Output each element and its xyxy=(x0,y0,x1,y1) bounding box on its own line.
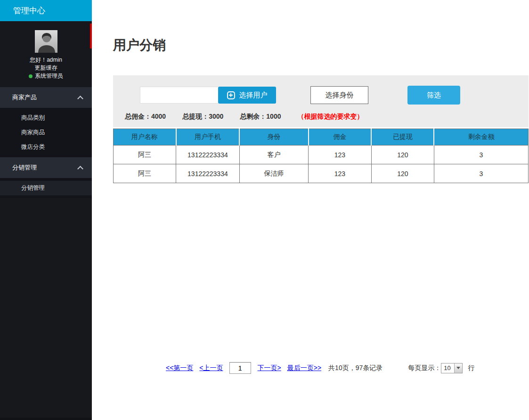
pagination-summary: 共10页，97条记录 xyxy=(328,364,383,372)
prev-page-link[interactable]: <上一页 xyxy=(199,364,223,372)
chevron-down-icon xyxy=(456,367,460,369)
dropdown-arrow-button[interactable] xyxy=(454,363,462,373)
cell-commission: 123 xyxy=(309,145,372,164)
first-page-link[interactable]: <<第一页 xyxy=(166,364,193,372)
user-role-label: 系统管理员 xyxy=(35,73,63,79)
stats-row: 总佣金：4000总提现：3000总剩余：1000（根据筛选的要求变） xyxy=(125,113,529,121)
next-page-link[interactable]: 下一页> xyxy=(258,364,281,372)
filter-controls-row: 选择用户 选择身份 筛选 xyxy=(140,86,529,105)
sidebar-item-distribution-management[interactable]: 分销管理 xyxy=(0,157,92,178)
col-header-commission: 佣金 xyxy=(309,129,372,145)
total-remaining-stat: 总剩余：1000 xyxy=(240,113,281,120)
user-select-group: 选择用户 xyxy=(140,87,276,104)
user-avatar xyxy=(35,30,57,53)
plus-icon xyxy=(227,91,235,99)
sidebar-item-product-category[interactable]: 商品类别 xyxy=(0,111,92,125)
user-role-line: 系统管理员 xyxy=(0,72,92,80)
cell-identity: 保洁师 xyxy=(239,164,308,183)
cell-withdrawn: 120 xyxy=(371,164,434,183)
col-header-remaining: 剩余金额 xyxy=(434,129,528,145)
cell-commission: 123 xyxy=(309,164,372,183)
filter-button[interactable]: 筛选 xyxy=(407,86,460,105)
select-identity-button[interactable]: 选择身份 xyxy=(310,86,368,104)
sidebar-bottom-strip xyxy=(0,418,92,420)
per-page-selected-value: 10 xyxy=(441,363,454,373)
cell-remaining: 3 xyxy=(434,164,528,183)
cell-phone: 13122223334 xyxy=(176,145,240,164)
sidebar-item-merchant-goods[interactable]: 商家商品 xyxy=(0,125,92,140)
cell-identity: 客户 xyxy=(239,145,308,164)
per-page-group: 每页显示： 10 行 xyxy=(408,363,474,373)
select-user-button-label: 选择用户 xyxy=(239,91,268,100)
total-withdrawn-stat: 总提现：3000 xyxy=(182,113,223,120)
table-header-row: 用户名称 用户手机 身份 佣金 已提现 剩余金额 xyxy=(114,129,529,145)
submenu-merchant-products: 商品类别 商家商品 微店分类 xyxy=(0,108,92,157)
table-row: 阿三 13122223334 客户 123 120 3 xyxy=(114,145,529,164)
col-header-identity: 身份 xyxy=(239,129,308,145)
menu-group-merchant-products: 商家产品 商品类别 商家商品 微店分类 xyxy=(0,87,92,157)
distribution-table: 用户名称 用户手机 身份 佣金 已提现 剩余金额 阿三 13122223334 … xyxy=(113,129,529,183)
app-title: 管理中心 xyxy=(0,0,92,21)
per-page-label: 每页显示： xyxy=(408,364,441,372)
page-number-input[interactable] xyxy=(229,362,251,374)
per-page-select[interactable]: 10 xyxy=(441,363,463,373)
chevron-up-icon xyxy=(77,166,83,172)
cell-username: 阿三 xyxy=(114,145,176,164)
sidebar-item-microstore-category[interactable]: 微店分类 xyxy=(0,140,92,154)
sidebar-item-label: 商家产品 xyxy=(12,94,37,101)
chevron-up-icon xyxy=(77,96,83,102)
sidebar-item-label: 分销管理 xyxy=(12,164,37,171)
user-panel: 您好！admin 更新缓存 系统管理员 xyxy=(0,21,92,87)
cell-withdrawn: 120 xyxy=(371,145,434,164)
col-header-withdrawn: 已提现 xyxy=(371,129,434,145)
col-header-phone: 用户手机 xyxy=(176,129,240,145)
cell-phone: 13122223334 xyxy=(176,164,240,183)
main-content: 用户分销 选择用户 选择身份 筛选 总佣金：4000总提现：3000总剩余：10… xyxy=(92,0,529,374)
cell-remaining: 3 xyxy=(434,145,528,164)
page-title: 用户分销 xyxy=(113,38,529,53)
total-commission-stat: 总佣金：4000 xyxy=(125,113,166,120)
filter-panel: 选择用户 选择身份 筛选 总佣金：4000总提现：3000总剩余：1000（根据… xyxy=(113,75,529,127)
pagination-bar: <<第一页 <上一页 下一页> 最后一页>> 共10页，97条记录 每页显示： … xyxy=(166,362,529,374)
online-status-dot-icon xyxy=(29,74,33,78)
last-page-link[interactable]: 最后一页>> xyxy=(287,364,321,372)
select-user-button[interactable]: 选择用户 xyxy=(218,87,276,104)
col-header-username: 用户名称 xyxy=(114,129,176,145)
sidebar-item-distribution-management-child[interactable]: 分销管理 xyxy=(0,181,92,195)
sidebar: 管理中心 您好！admin 更新缓存 系统管理员 商家产品 xyxy=(0,0,92,420)
menu-group-distribution: 分销管理 分销管理 xyxy=(0,157,92,198)
sidebar-scrollbar-thumb[interactable] xyxy=(90,24,92,48)
sidebar-item-merchant-products[interactable]: 商家产品 xyxy=(0,87,92,108)
submenu-distribution: 分销管理 xyxy=(0,178,92,198)
user-search-input[interactable] xyxy=(140,87,218,104)
user-greeting: 您好！admin xyxy=(0,56,92,64)
update-cache-link[interactable]: 更新缓存 xyxy=(0,64,92,72)
rows-unit-label: 行 xyxy=(468,364,474,372)
stats-note: （根据筛选的要求变） xyxy=(297,113,363,120)
cell-username: 阿三 xyxy=(114,164,176,183)
app-window: 管理中心 您好！admin 更新缓存 系统管理员 商家产品 xyxy=(0,0,529,420)
table-row: 阿三 13122223334 保洁师 123 120 3 xyxy=(114,164,529,183)
